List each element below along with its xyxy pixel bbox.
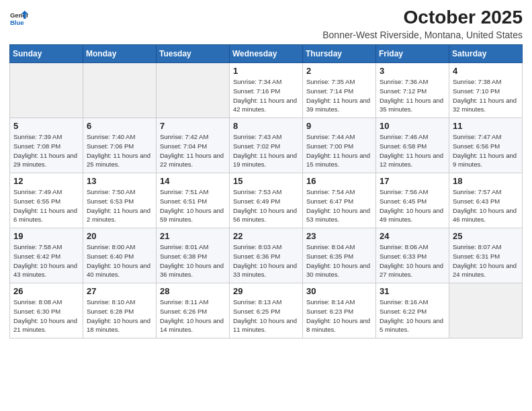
day-number: 28 xyxy=(160,286,226,296)
col-tuesday: Tuesday xyxy=(157,45,230,63)
day-number: 20 xyxy=(87,231,152,241)
day-number: 11 xyxy=(453,121,519,131)
day-number: 24 xyxy=(380,231,445,241)
calendar-cell: 19Sunrise: 7:58 AM Sunset: 6:42 PM Dayli… xyxy=(10,228,83,283)
day-number: 15 xyxy=(233,176,299,186)
day-info: Sunrise: 7:42 AM Sunset: 7:04 PM Dayligh… xyxy=(160,132,226,169)
calendar-cell xyxy=(10,63,83,118)
day-info: Sunrise: 7:39 AM Sunset: 7:08 PM Dayligh… xyxy=(13,132,79,169)
day-info: Sunrise: 8:04 AM Sunset: 6:35 PM Dayligh… xyxy=(306,242,372,279)
header-row: Sunday Monday Tuesday Wednesday Thursday… xyxy=(10,45,523,63)
calendar-cell: 23Sunrise: 8:04 AM Sunset: 6:35 PM Dayli… xyxy=(303,228,376,283)
day-info: Sunrise: 8:03 AM Sunset: 6:36 PM Dayligh… xyxy=(233,242,299,279)
day-info: Sunrise: 7:56 AM Sunset: 6:45 PM Dayligh… xyxy=(380,187,445,224)
calendar-cell: 29Sunrise: 8:13 AM Sunset: 6:25 PM Dayli… xyxy=(230,283,303,338)
day-info: Sunrise: 8:13 AM Sunset: 6:25 PM Dayligh… xyxy=(233,298,299,334)
day-number: 22 xyxy=(233,231,299,241)
calendar-cell: 18Sunrise: 7:57 AM Sunset: 6:43 PM Dayli… xyxy=(449,173,523,228)
week-row-0: 1Sunrise: 7:34 AM Sunset: 7:16 PM Daylig… xyxy=(10,63,523,118)
calendar-cell: 13Sunrise: 7:50 AM Sunset: 6:53 PM Dayli… xyxy=(83,173,157,228)
day-info: Sunrise: 7:46 AM Sunset: 6:58 PM Dayligh… xyxy=(380,132,445,169)
day-info: Sunrise: 7:58 AM Sunset: 6:42 PM Dayligh… xyxy=(13,242,79,279)
day-info: Sunrise: 8:07 AM Sunset: 6:31 PM Dayligh… xyxy=(453,242,519,279)
day-number: 4 xyxy=(453,66,519,76)
day-number: 21 xyxy=(160,231,226,241)
calendar-cell: 27Sunrise: 8:10 AM Sunset: 6:28 PM Dayli… xyxy=(83,283,157,338)
calendar-cell: 3Sunrise: 7:36 AM Sunset: 7:12 PM Daylig… xyxy=(376,63,449,118)
subtitle: Bonner-West Riverside, Montana, United S… xyxy=(322,30,523,40)
day-info: Sunrise: 7:57 AM Sunset: 6:43 PM Dayligh… xyxy=(453,187,519,224)
day-number: 23 xyxy=(306,231,372,241)
day-number: 10 xyxy=(380,121,445,131)
header: General Blue October 2025 Bonner-West Ri… xyxy=(9,7,523,40)
day-info: Sunrise: 7:40 AM Sunset: 7:06 PM Dayligh… xyxy=(87,132,152,169)
day-info: Sunrise: 8:06 AM Sunset: 6:33 PM Dayligh… xyxy=(380,242,445,279)
week-row-4: 26Sunrise: 8:08 AM Sunset: 6:30 PM Dayli… xyxy=(10,283,523,338)
day-info: Sunrise: 7:43 AM Sunset: 7:02 PM Dayligh… xyxy=(233,132,299,169)
calendar-cell: 21Sunrise: 8:01 AM Sunset: 6:38 PM Dayli… xyxy=(157,228,230,283)
day-number: 1 xyxy=(233,66,299,76)
col-saturday: Saturday xyxy=(449,45,523,63)
svg-text:Blue: Blue xyxy=(10,19,24,26)
calendar-cell: 15Sunrise: 7:53 AM Sunset: 6:49 PM Dayli… xyxy=(230,173,303,228)
day-number: 18 xyxy=(453,176,519,186)
page: General Blue October 2025 Bonner-West Ri… xyxy=(0,0,532,411)
day-number: 17 xyxy=(380,176,445,186)
week-row-2: 12Sunrise: 7:49 AM Sunset: 6:55 PM Dayli… xyxy=(10,173,523,228)
calendar-cell: 14Sunrise: 7:51 AM Sunset: 6:51 PM Dayli… xyxy=(157,173,230,228)
day-number: 13 xyxy=(87,176,152,186)
calendar-cell: 30Sunrise: 8:14 AM Sunset: 6:23 PM Dayli… xyxy=(303,283,376,338)
calendar-cell: 31Sunrise: 8:16 AM Sunset: 6:22 PM Dayli… xyxy=(376,283,449,338)
day-info: Sunrise: 7:34 AM Sunset: 7:16 PM Dayligh… xyxy=(233,77,299,114)
day-number: 27 xyxy=(87,286,152,296)
day-number: 19 xyxy=(13,231,79,241)
col-wednesday: Wednesday xyxy=(230,45,303,63)
calendar-cell: 12Sunrise: 7:49 AM Sunset: 6:55 PM Dayli… xyxy=(10,173,83,228)
day-info: Sunrise: 7:54 AM Sunset: 6:47 PM Dayligh… xyxy=(306,187,372,224)
week-row-1: 5Sunrise: 7:39 AM Sunset: 7:08 PM Daylig… xyxy=(10,118,523,173)
day-number: 2 xyxy=(306,66,372,76)
col-monday: Monday xyxy=(83,45,157,63)
day-number: 26 xyxy=(13,286,79,296)
day-number: 3 xyxy=(380,66,445,76)
day-number: 31 xyxy=(380,286,445,296)
calendar-cell: 16Sunrise: 7:54 AM Sunset: 6:47 PM Dayli… xyxy=(303,173,376,228)
day-number: 30 xyxy=(306,286,372,296)
day-info: Sunrise: 7:50 AM Sunset: 6:53 PM Dayligh… xyxy=(87,187,152,224)
day-info: Sunrise: 8:00 AM Sunset: 6:40 PM Dayligh… xyxy=(87,242,152,279)
day-number: 16 xyxy=(306,176,372,186)
day-info: Sunrise: 7:44 AM Sunset: 7:00 PM Dayligh… xyxy=(306,132,372,169)
calendar-cell: 10Sunrise: 7:46 AM Sunset: 6:58 PM Dayli… xyxy=(376,118,449,173)
title-block: October 2025 Bonner-West Riverside, Mont… xyxy=(322,7,523,40)
day-info: Sunrise: 7:38 AM Sunset: 7:10 PM Dayligh… xyxy=(453,77,519,114)
day-number: 9 xyxy=(306,121,372,131)
day-number: 5 xyxy=(13,121,79,131)
day-info: Sunrise: 8:10 AM Sunset: 6:28 PM Dayligh… xyxy=(87,298,152,334)
day-number: 12 xyxy=(13,176,79,186)
week-row-3: 19Sunrise: 7:58 AM Sunset: 6:42 PM Dayli… xyxy=(10,228,523,283)
calendar-cell: 6Sunrise: 7:40 AM Sunset: 7:06 PM Daylig… xyxy=(83,118,157,173)
day-number: 7 xyxy=(160,121,226,131)
day-info: Sunrise: 7:35 AM Sunset: 7:14 PM Dayligh… xyxy=(306,77,372,114)
calendar-cell: 25Sunrise: 8:07 AM Sunset: 6:31 PM Dayli… xyxy=(449,228,523,283)
calendar-cell: 20Sunrise: 8:00 AM Sunset: 6:40 PM Dayli… xyxy=(83,228,157,283)
calendar-cell: 22Sunrise: 8:03 AM Sunset: 6:36 PM Dayli… xyxy=(230,228,303,283)
day-info: Sunrise: 7:51 AM Sunset: 6:51 PM Dayligh… xyxy=(160,187,226,224)
calendar-cell: 7Sunrise: 7:42 AM Sunset: 7:04 PM Daylig… xyxy=(157,118,230,173)
day-info: Sunrise: 8:11 AM Sunset: 6:26 PM Dayligh… xyxy=(160,298,226,334)
calendar-cell: 5Sunrise: 7:39 AM Sunset: 7:08 PM Daylig… xyxy=(10,118,83,173)
calendar-cell: 28Sunrise: 8:11 AM Sunset: 6:26 PM Dayli… xyxy=(157,283,230,338)
calendar-cell xyxy=(449,283,523,338)
col-thursday: Thursday xyxy=(303,45,376,63)
calendar-cell: 26Sunrise: 8:08 AM Sunset: 6:30 PM Dayli… xyxy=(10,283,83,338)
main-title: October 2025 xyxy=(322,7,523,28)
logo: General Blue xyxy=(9,9,28,28)
calendar-cell: 1Sunrise: 7:34 AM Sunset: 7:16 PM Daylig… xyxy=(230,63,303,118)
day-number: 6 xyxy=(87,121,152,131)
col-sunday: Sunday xyxy=(10,45,83,63)
calendar-cell: 24Sunrise: 8:06 AM Sunset: 6:33 PM Dayli… xyxy=(376,228,449,283)
calendar-cell: 11Sunrise: 7:47 AM Sunset: 6:56 PM Dayli… xyxy=(449,118,523,173)
day-info: Sunrise: 7:36 AM Sunset: 7:12 PM Dayligh… xyxy=(380,77,445,114)
logo-icon: General Blue xyxy=(9,9,28,28)
day-number: 25 xyxy=(453,231,519,241)
